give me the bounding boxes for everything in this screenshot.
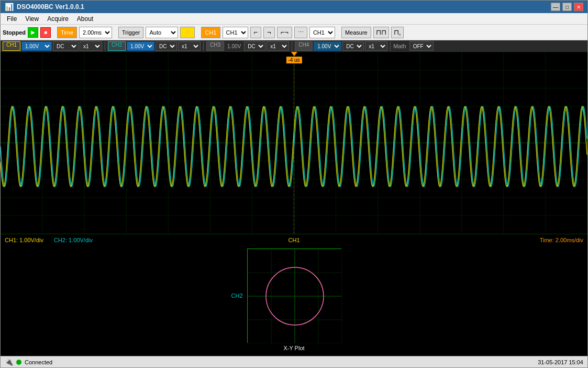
ch-separator-3 (292, 41, 292, 51)
ch2-group: CH2 1.00V DCAC x1x10 (108, 41, 201, 51)
ch2-xy-label: CH2 (231, 293, 243, 299)
title-text: DSO4000BC Ver1.0.0.1 (17, 3, 84, 10)
xy-plot-label: X-Y Plot (283, 345, 304, 351)
ch2-voltage-select[interactable]: 1.00V (127, 41, 154, 51)
ch4-scale-select[interactable]: x1x10 (365, 41, 387, 51)
ch1-voltage-select[interactable]: 1.00V500mV200mV (21, 41, 52, 51)
oscilloscope-canvas[interactable] (1, 52, 587, 234)
stop-button[interactable]: ■ (40, 27, 51, 38)
ch1-select[interactable]: CH1 CH2 CH3 CH4 (223, 27, 248, 38)
connected-text: Connected (25, 359, 52, 365)
connected-indicator (16, 360, 21, 365)
ch3-coupling-select[interactable]: DCAC (244, 41, 265, 51)
title-bar-left: 📊 DSO4000BC Ver1.0.0.1 (5, 3, 84, 11)
menu-view[interactable]: View (21, 14, 43, 24)
xy-plot-wrapper: CH2 (247, 248, 341, 343)
menu-file[interactable]: File (3, 14, 21, 24)
maximize-button[interactable]: □ (562, 3, 572, 11)
title-bar: 📊 DSO4000BC Ver1.0.0.1 — □ ✕ (1, 1, 587, 13)
ch2-coupling-select[interactable]: DCAC (156, 41, 177, 51)
ch1-coupling-select[interactable]: DCACGND (53, 41, 79, 51)
time-select[interactable]: 2.00ms 1.00ms 500us (79, 27, 112, 38)
ch1-status: CH1: 1.00V/div (5, 237, 43, 243)
ch3-button[interactable]: CH3 (206, 41, 224, 51)
close-button[interactable]: ✕ (574, 3, 583, 11)
ch-separator-2 (203, 41, 204, 51)
ch1-scale-select[interactable]: x1x10 (80, 41, 102, 51)
math-group: Math OFFON (393, 41, 433, 51)
toolbar: Stopped ▶ ■ Time 2.00ms 1.00ms 500us Tri… (1, 25, 587, 40)
ch1-group: CH1 1.00V500mV200mV DCACGND x1x10 (3, 41, 102, 51)
app-window: 📊 DSO4000BC Ver1.0.0.1 — □ ✕ File View A… (0, 0, 588, 368)
ch3-group: CH3 1.00V DCAC x1x10 (206, 41, 289, 51)
trigger-button[interactable]: Trigger (118, 27, 143, 38)
waveform-rising-icon[interactable]: ⌐ (250, 27, 262, 38)
ch2-scale-select[interactable]: x1x10 (178, 41, 201, 51)
ch4-coupling-select[interactable]: DCAC (342, 41, 364, 51)
ch1-signal-select[interactable]: CH1 CH2 (309, 27, 335, 38)
xy-plot-container (247, 248, 341, 343)
ch4-button[interactable]: CH4 (295, 41, 313, 51)
oscilloscope-area[interactable]: -4 us 1 1 Nanxing Electrical Instruments… (1, 52, 587, 234)
math-select[interactable]: OFFON (409, 41, 434, 51)
main-content: -4 us 1 1 Nanxing Electrical Instruments… (1, 52, 587, 356)
math-label: Math (393, 43, 406, 49)
ch3-scale-select[interactable]: x1x10 (267, 41, 289, 51)
bottom-status-bar: 🔌 Connected 31-05-2017 15:04 (1, 356, 587, 367)
ch1-button[interactable]: CH1 (3, 41, 20, 51)
menu-about[interactable]: About (73, 14, 97, 24)
waveform-extra-icon[interactable]: ⋯ (294, 27, 307, 38)
play-button[interactable]: ▶ (28, 27, 38, 38)
ch2-button[interactable]: CH2 (108, 41, 126, 51)
ch2-status: CH2: 1.00V/div (54, 237, 93, 243)
status-left: 🔌 Connected (5, 358, 52, 366)
channel-bar: CH1 1.00V500mV200mV DCACGND x1x10 CH2 1.… (1, 40, 587, 52)
ch1-trigger-select[interactable]: CH1 (201, 27, 220, 38)
trigger-label: -4 us (286, 57, 302, 63)
ch-separator-4 (390, 41, 391, 51)
measure-icon1[interactable]: ⊓⊓ (373, 27, 389, 38)
lightning-button[interactable]: ⚡ (180, 27, 195, 38)
measure-icon2[interactable]: ⊓ˌ (391, 27, 404, 38)
ch4-voltage-select[interactable]: 1.00V (314, 41, 341, 51)
trigger-arrow-icon (291, 52, 297, 56)
datetime-text: 31-05-2017 15:04 (538, 359, 583, 365)
trigger-select[interactable]: Auto Normal Single (146, 27, 178, 38)
ch1-center: CH1 (288, 237, 299, 243)
osc-status-left: CH1: 1.00V/div CH2: 1.00V/div (5, 237, 93, 243)
usb-icon: 🔌 (5, 358, 13, 366)
xy-canvas (248, 249, 342, 343)
waveform-both-icon[interactable]: ⌐¬ (277, 27, 292, 38)
stopped-label: Stopped (3, 29, 26, 36)
time-status: Time: 2.00ms/div (540, 237, 583, 243)
waveform-falling-icon[interactable]: ¬ (263, 27, 275, 38)
menu-bar: File View Acquire About (1, 13, 587, 25)
measure-button[interactable]: Measure (341, 27, 371, 38)
menu-acquire[interactable]: Acquire (43, 14, 73, 24)
ch-separator-1 (105, 41, 105, 51)
time-button[interactable]: Time (57, 27, 77, 38)
xy-plot-area: CH2 X-Y Plot (1, 246, 587, 356)
ch4-group: CH4 1.00V DCAC x1x10 (295, 41, 387, 51)
minimize-button[interactable]: — (551, 3, 560, 11)
trigger-marker: -4 us (286, 52, 302, 63)
osc-status-bar: CH1: 1.00V/div CH2: 1.00V/div CH1 Time: … (1, 234, 587, 246)
title-buttons: — □ ✕ (551, 3, 583, 11)
